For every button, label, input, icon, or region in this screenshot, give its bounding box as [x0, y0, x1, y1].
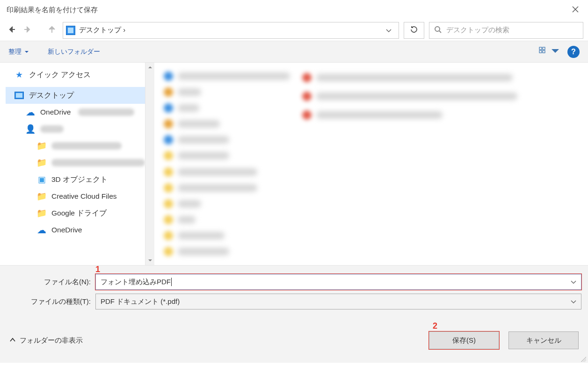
file-list[interactable] [154, 63, 588, 265]
desktop-icon [15, 92, 24, 99]
tree-creative-cloud[interactable]: 📁 Creative Cloud Files [6, 188, 154, 205]
address-bar[interactable]: デスクトップ › [63, 22, 399, 39]
close-button[interactable] [569, 4, 581, 16]
hide-folders-toggle[interactable]: フォルダーの非表示 [9, 336, 83, 345]
tree-onedrive[interactable]: ☁ OneDrive [6, 104, 154, 121]
search-placeholder: デスクトップの検索 [446, 26, 509, 35]
star-icon: ★ [14, 70, 24, 80]
dialog-title: 印刷結果を名前を付けて保存 [7, 6, 98, 14]
folder-icon: 📁 [36, 141, 47, 151]
nav-recent-dropdown[interactable] [36, 27, 43, 34]
chevron-up-icon [9, 337, 16, 345]
tree-quick-access[interactable]: ★ クイック アクセス [6, 66, 154, 83]
chevron-down-icon [551, 46, 560, 57]
chevron-down-icon[interactable] [571, 278, 576, 286]
view-grid-icon [538, 46, 548, 57]
folder-tree[interactable]: ★ クイック アクセス デスクトップ ☁ OneDrive 👤 📁 [0, 63, 154, 265]
annotation-2: 2 [433, 321, 437, 331]
svg-rect-8 [543, 47, 545, 50]
cancel-button[interactable]: キャンセル [508, 331, 579, 349]
tree-3d-objects[interactable]: ▣ 3D オブジェクト [6, 171, 154, 188]
close-icon [572, 6, 579, 14]
save-button[interactable]: 保存(S) [429, 331, 499, 349]
nav-back-button[interactable] [5, 23, 19, 37]
new-folder-button[interactable]: 新しいフォルダー [48, 48, 100, 56]
tree-folder-blurred-1[interactable]: 📁 [6, 137, 154, 154]
tree-user[interactable]: 👤 [6, 121, 154, 137]
folder-icon: 📁 [36, 208, 47, 218]
tree-folder-blurred-2[interactable]: 📁 [6, 154, 154, 171]
filetype-select[interactable]: PDF ドキュメント (*.pdf) [95, 294, 581, 309]
cube-icon: ▣ [36, 174, 47, 185]
chevron-down-icon[interactable] [571, 298, 576, 306]
nav-up-button[interactable] [45, 23, 59, 37]
folder-icon: 📁 [36, 158, 47, 168]
user-icon: 👤 [25, 124, 36, 134]
folder-icon: 📁 [36, 191, 47, 201]
cloud-icon: ☁ [25, 107, 36, 117]
arrow-right-icon [24, 26, 31, 35]
cloud-icon: ☁ [36, 225, 47, 235]
svg-point-5 [435, 27, 440, 31]
arrow-up-icon [48, 26, 56, 35]
annotation-1: 1 [95, 265, 100, 274]
svg-rect-7 [539, 47, 542, 50]
organize-menu[interactable]: 整理 [8, 48, 29, 56]
desktop-icon [66, 26, 75, 35]
tree-google-drive[interactable]: 📁 Google ドライブ [6, 205, 154, 222]
chevron-down-icon [24, 48, 29, 56]
filename-label: ファイル名(N): [7, 278, 95, 287]
tree-scrollbar[interactable] [145, 63, 154, 265]
tree-desktop[interactable]: デスクトップ [6, 87, 154, 104]
address-dropdown[interactable] [382, 28, 396, 33]
filetype-label: ファイルの種類(T): [7, 297, 95, 306]
svg-line-6 [439, 31, 441, 33]
scroll-up-icon[interactable] [145, 63, 154, 72]
view-options-button[interactable] [538, 46, 560, 57]
nav-forward-button[interactable] [21, 23, 35, 37]
filename-input[interactable]: フォント埋め込みPDF [95, 274, 581, 290]
svg-rect-9 [539, 50, 542, 53]
refresh-button[interactable] [404, 22, 424, 39]
search-input[interactable]: デスクトップの検索 [429, 22, 583, 39]
refresh-icon [410, 25, 418, 35]
svg-rect-10 [543, 50, 545, 53]
help-button[interactable]: ? [567, 46, 580, 58]
scroll-down-icon[interactable] [145, 256, 154, 265]
tree-onedrive-2[interactable]: ☁ OneDrive [6, 222, 154, 238]
address-location: デスクトップ › [79, 26, 382, 35]
resize-grip[interactable] [580, 355, 586, 362]
arrow-left-icon [8, 26, 15, 35]
search-icon [434, 26, 442, 35]
